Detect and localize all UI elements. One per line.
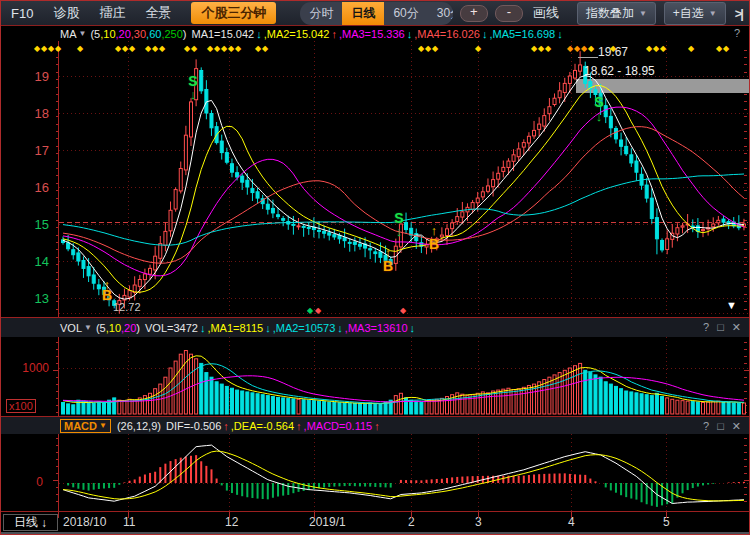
macd-chart[interactable]: 0: [1, 434, 750, 511]
volume-bar: [553, 375, 556, 414]
help-icon[interactable]: ?: [703, 321, 709, 334]
down-arrow-icon: ↓: [407, 28, 413, 40]
candle-body: [630, 155, 633, 163]
ma-dropdown[interactable]: MA ▼: [60, 28, 86, 40]
candle-body: [486, 186, 489, 191]
macd-bar: [379, 483, 381, 487]
close-icon[interactable]: ✕: [732, 321, 741, 334]
candle-body: [645, 185, 648, 198]
diamond-marker: ◆: [538, 45, 544, 53]
macd-bar: [513, 476, 515, 483]
volume-bar: [210, 377, 213, 414]
macd-bar: [251, 483, 253, 498]
period-tab[interactable]: 日线: [342, 2, 384, 25]
chevron-down-icon: ▼: [79, 29, 87, 38]
index-overlay-label: 指数叠加: [586, 5, 634, 22]
macd-bar: [743, 482, 745, 483]
macd-bar: [466, 476, 468, 483]
macd-bar: [144, 475, 146, 483]
volume-bar: [164, 377, 167, 414]
candle-body: [307, 227, 310, 228]
diamond-marker: ◆: [235, 45, 241, 53]
index-overlay-dropdown[interactable]: 指数叠加 ▼: [577, 2, 656, 25]
macd-bar: [625, 483, 627, 497]
macd-bar: [728, 482, 730, 483]
volume-bar: [287, 398, 290, 414]
period-tab[interactable]: 60分: [384, 2, 427, 25]
candle-body: [97, 285, 100, 289]
price-range-label: 18.62 - 18.95: [584, 64, 655, 78]
volume-bar: [118, 400, 121, 414]
macd-bar: [323, 483, 325, 487]
period-tab[interactable]: 30分: [428, 2, 453, 25]
macd-bar: [205, 466, 207, 483]
volume-bar: [538, 382, 541, 414]
volume-bar: [348, 403, 351, 414]
volume-bar: [702, 403, 705, 415]
diamond-marker: ◆: [207, 45, 213, 53]
candle-body: [676, 228, 679, 234]
candle-body: [512, 155, 515, 161]
candle-body: [712, 224, 715, 227]
candle-body: [77, 253, 80, 261]
zoom-in-button[interactable]: +: [460, 5, 488, 22]
price-axis-label: 15: [1, 217, 49, 232]
add-watchlist-dropdown[interactable]: +自选 ▼: [664, 2, 726, 25]
macd-bar: [93, 483, 95, 490]
macd-histogram-layer: [67, 455, 745, 507]
volume-bar: [415, 401, 418, 414]
macd-bar: [569, 474, 571, 483]
volume-bar: [195, 359, 198, 414]
candle-body: [579, 65, 582, 71]
macd-bar: [436, 479, 438, 483]
indicator-value: ,MA4=16.026: [414, 28, 480, 40]
toolbar-item[interactable]: F10: [11, 6, 33, 21]
macd-bar: [641, 483, 643, 502]
macd-bar: [262, 483, 264, 499]
macd-bar: [702, 483, 704, 485]
collapse-panel-icon[interactable]: >|: [735, 6, 742, 21]
volume-bar: [72, 405, 75, 414]
toolbar-item[interactable]: 诊股: [53, 4, 79, 22]
period-tab[interactable]: 分时: [300, 2, 342, 25]
candle-body: [302, 226, 305, 227]
toolbar-item[interactable]: 全景: [145, 4, 171, 22]
candlestick-chart[interactable]: 19.67 18.62 - 18.95 12.72 ▼ ◆◆◆◆◆◆◆◆◆◆◆◆…: [1, 41, 750, 317]
volume-bar: [369, 403, 372, 414]
macd-bar: [231, 483, 233, 493]
macd-bar: [129, 481, 131, 483]
price-axis-label: 13: [1, 291, 49, 306]
scroll-down-arrow[interactable]: ▼: [726, 299, 737, 311]
axis-tick: [571, 512, 572, 518]
down-arrow-icon: ↓: [41, 516, 47, 530]
maximize-icon[interactable]: □: [717, 420, 724, 433]
volume-bar: [543, 380, 546, 415]
macd-grid: [53, 434, 750, 511]
help-icon[interactable]: ?: [734, 27, 740, 39]
stock-3min-button[interactable]: 个股三分钟: [191, 2, 276, 24]
volume-bar: [425, 401, 428, 414]
macd-zero-label: 0: [31, 475, 43, 489]
help-icon[interactable]: ?: [703, 420, 709, 433]
candle-body: [374, 252, 377, 254]
zoom-out-button[interactable]: -: [495, 5, 523, 22]
toolbar-item[interactable]: 擂庄: [99, 4, 125, 22]
close-icon[interactable]: ✕: [732, 420, 741, 433]
diamond-marker: ◆: [191, 45, 197, 53]
macd-bar: [682, 483, 684, 493]
maximize-icon[interactable]: □: [717, 321, 724, 334]
volume-chart[interactable]: 1000 x100: [1, 337, 750, 416]
volume-bar: [230, 388, 233, 414]
diamond-marker: ◆: [400, 307, 406, 315]
indicator-value: ,MA1=8115: [207, 322, 263, 334]
volume-unit-label: x100: [6, 399, 36, 413]
candle-body: [609, 116, 612, 127]
volume-bar: [609, 384, 612, 414]
macd-svg: [1, 434, 750, 511]
volume-bar: [717, 401, 720, 414]
macd-dropdown[interactable]: MACD ▼: [60, 419, 111, 433]
vol-dropdown[interactable]: VOL ▼: [60, 322, 92, 334]
draw-line-button[interactable]: 画线: [533, 4, 559, 22]
timeframe-box[interactable]: 日线 ↓: [3, 514, 58, 531]
macd-bar: [139, 477, 141, 483]
